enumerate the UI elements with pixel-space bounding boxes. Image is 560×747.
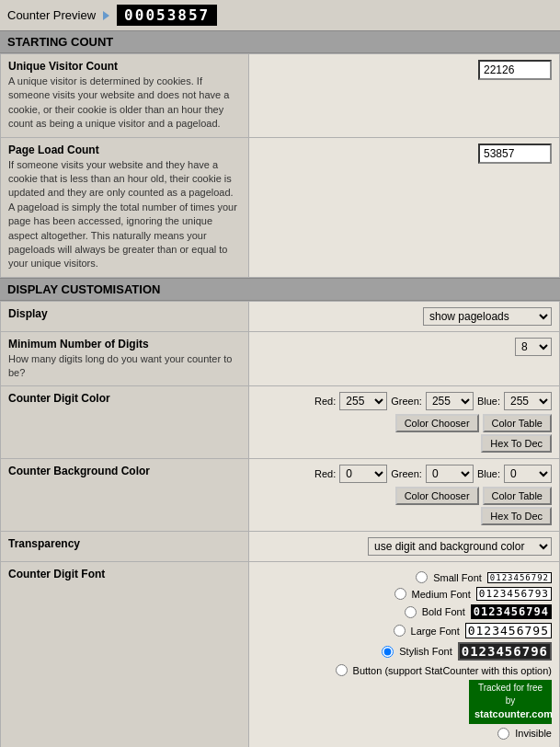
unique-visitor-value-cell	[249, 54, 560, 138]
display-label-cell: Display	[1, 301, 249, 331]
bg-blue-select[interactable]: 0	[504, 465, 552, 483]
font-radio-large[interactable]	[394, 625, 406, 637]
bg-color-chooser-btn[interactable]: Color Chooser	[395, 487, 479, 505]
top-bar: Counter Preview 00053857	[0, 0, 560, 30]
font-preview-bold: 0123456794	[471, 604, 552, 619]
digit-color-label: Counter Digit Color	[8, 392, 241, 405]
tracked-line2: statcounter.com	[474, 707, 546, 721]
font-label-large: Large Font	[411, 626, 460, 637]
font-radio-small[interactable]	[416, 571, 428, 583]
unique-visitor-input[interactable]	[478, 60, 552, 80]
tracked-banner: Tracked for free by statcounter.com	[469, 680, 552, 723]
font-label-medium: Medium Font	[412, 589, 471, 600]
digit-red-label: Red:	[314, 396, 336, 407]
font-option-invisible: Invisible	[497, 728, 552, 740]
digit-green-label: Green:	[391, 396, 422, 407]
page-load-title: Page Load Count	[8, 144, 241, 156]
starting-count-header: STARTING COUNT	[0, 30, 560, 53]
transparency-label-cell: Transparency	[1, 532, 249, 562]
display-customisation-header: DISPLAY CUSTOMISATION	[0, 278, 560, 301]
font-options: Small Font 0123456792 Medium Font 012345…	[257, 568, 552, 742]
font-radio-stylish[interactable]	[382, 646, 394, 658]
page-load-desc: If someone visits your website and they …	[8, 158, 241, 271]
bg-color-row: Counter Background Color Red: 0 Green: 0…	[1, 459, 560, 532]
page-load-label-cell: Page Load Count If someone visits your w…	[1, 137, 249, 277]
tracked-line1: Tracked for free by	[474, 682, 546, 707]
transparency-value-cell: use digit and background color	[249, 532, 560, 562]
min-digits-label-cell: Minimum Number of Digits How many digits…	[1, 331, 249, 386]
transparency-row: Transparency use digit and background co…	[1, 532, 560, 562]
digit-red-select[interactable]: 255	[339, 392, 387, 410]
min-digits-value-cell: 8	[249, 331, 560, 386]
counter-value: 00053857	[117, 5, 217, 26]
unique-visitor-desc: A unique visitor is determined by cookie…	[8, 75, 241, 132]
digit-color-chooser-btn[interactable]: Color Chooser	[395, 414, 479, 432]
font-label: Counter Digit Font	[8, 568, 241, 580]
bg-blue-label: Blue:	[477, 468, 500, 479]
bg-color-table-btn[interactable]: Color Table	[483, 487, 552, 505]
font-label-bold: Bold Font	[422, 606, 465, 617]
display-value-cell: show pageloads	[249, 301, 560, 331]
font-option-small: Small Font 0123456792	[416, 571, 552, 583]
display-row: Display show pageloads	[1, 301, 560, 331]
digit-hex-btn[interactable]: Hex To Dec	[481, 434, 552, 453]
font-option-bold: Bold Font 0123456794	[405, 604, 552, 619]
font-label-button: Button (support StatCounter with this op…	[353, 665, 552, 676]
display-customisation-table: Display show pageloads Minimum Number of…	[0, 301, 560, 747]
font-label-stylish: Stylish Font	[399, 646, 451, 657]
font-radio-button[interactable]	[336, 664, 348, 676]
font-option-medium: Medium Font 0123456793	[394, 587, 552, 601]
font-option-button: Button (support StatCounter with this op…	[336, 664, 552, 676]
font-preview-medium: 0123456793	[476, 587, 552, 601]
bg-green-label: Green:	[391, 468, 422, 479]
bg-color-btns: Color Chooser Color Table	[257, 487, 552, 505]
transparency-label: Transparency	[8, 537, 241, 550]
bg-red-select[interactable]: 0	[339, 465, 387, 483]
digit-hex-row: Hex To Dec	[257, 434, 552, 453]
digit-color-value-cell: Red: 255 Green: 255 Blue: 255 Color Choo…	[249, 386, 560, 459]
font-radio-bold[interactable]	[405, 606, 417, 618]
display-select[interactable]: show pageloads	[423, 307, 552, 326]
font-label-cell: Counter Digit Font	[1, 562, 249, 747]
min-digits-row: Minimum Number of Digits How many digits…	[1, 331, 560, 386]
font-preview-stylish: 0123456796	[458, 642, 552, 661]
font-radio-invisible[interactable]	[497, 728, 509, 740]
digit-green-select[interactable]: 255	[426, 392, 474, 410]
digit-blue-label: Blue:	[477, 396, 500, 407]
bg-color-label-cell: Counter Background Color	[1, 459, 249, 532]
digit-color-row: Counter Digit Color Red: 255 Green: 255 …	[1, 386, 560, 459]
min-digits-desc: How many digits long do you want your co…	[8, 352, 241, 381]
page-load-row: Page Load Count If someone visits your w…	[1, 137, 560, 277]
page-load-value-cell	[249, 137, 560, 277]
font-row: Counter Digit Font Small Font 0123456792…	[1, 562, 560, 747]
bg-hex-row: Hex To Dec	[257, 507, 552, 525]
font-label-small: Small Font	[433, 572, 482, 583]
min-digits-title: Minimum Number of Digits	[8, 338, 241, 351]
digit-color-btns: Color Chooser Color Table	[257, 414, 552, 432]
bg-green-select[interactable]: 0	[426, 465, 474, 483]
bg-color-value-cell: Red: 0 Green: 0 Blue: 0 Color Chooser Co…	[249, 459, 560, 532]
min-digits-select[interactable]: 8	[515, 338, 552, 356]
unique-visitor-label-cell: Unique Visitor Count A unique visitor is…	[1, 54, 249, 138]
font-value-cell: Small Font 0123456792 Medium Font 012345…	[249, 562, 560, 747]
unique-visitor-title: Unique Visitor Count	[8, 60, 241, 73]
transparency-select[interactable]: use digit and background color	[368, 537, 552, 556]
page-load-input[interactable]	[478, 144, 552, 164]
font-option-large: Large Font 0123456795	[394, 623, 552, 638]
starting-count-table: Unique Visitor Count A unique visitor is…	[0, 53, 560, 278]
digit-blue-select[interactable]: 255	[504, 392, 552, 410]
bg-color-label: Counter Background Color	[8, 465, 241, 477]
font-option-stylish: Stylish Font 0123456796	[382, 642, 552, 661]
font-radio-medium[interactable]	[394, 588, 406, 600]
arrow-icon	[103, 11, 109, 20]
bg-hex-btn[interactable]: Hex To Dec	[481, 507, 552, 525]
digit-color-label-cell: Counter Digit Color	[1, 386, 249, 459]
font-label-invisible: Invisible	[515, 728, 552, 739]
digit-color-table-btn[interactable]: Color Table	[483, 414, 552, 432]
digit-color-row-rgb: Red: 255 Green: 255 Blue: 255	[257, 392, 552, 410]
counter-preview-label: Counter Preview	[7, 8, 96, 22]
display-label: Display	[8, 307, 241, 320]
bg-red-label: Red:	[314, 468, 336, 479]
unique-visitor-row: Unique Visitor Count A unique visitor is…	[1, 54, 560, 138]
font-preview-small: 0123456792	[487, 572, 552, 583]
